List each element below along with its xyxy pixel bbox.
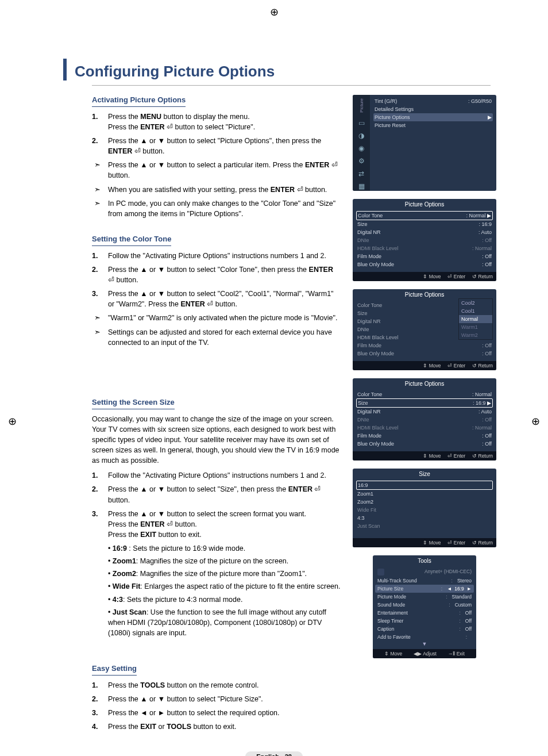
step-num: 2. (92, 136, 102, 156)
section-screen-size: Setting the Screen Size Occasionally, yo… (92, 397, 341, 638)
section-color-tone: Setting the Color Tone 1.Follow the "Act… (92, 234, 341, 348)
input-icon: ⇄ (357, 169, 366, 178)
step-num: 1. (92, 112, 102, 132)
osd-size-menu: Size 16:9 Zoom1 Zoom2 Wide Fit 4:3 Just … (353, 469, 496, 547)
heading-screen-size: Setting the Screen Size (92, 397, 175, 409)
dropdown-opt: Warm1 (459, 323, 492, 331)
page-title: Configuring Picture Options (75, 63, 275, 80)
osd-row-color-tone: Color ToneNormal ▶ (356, 211, 493, 220)
tools-row: Multi-Track Sound:Stereo (375, 577, 474, 585)
step-text: Press the MENU button to display the men… (108, 112, 255, 132)
size-opt-selected: 16:9 (356, 481, 493, 490)
heading-easy-setting: Easy Setting (92, 663, 137, 676)
note-arrow-icon: ➣ (92, 198, 102, 219)
register-mark-left: ⊕ (8, 415, 17, 428)
page-number: English - 28 (245, 751, 303, 756)
note-arrow-icon: ➣ (92, 160, 102, 181)
osd-picture-options-size: Picture Options Color ToneNormal Size16:… (353, 378, 496, 460)
size-desc: Zoom2: Magnifies the size of the picture… (108, 569, 341, 579)
osd-picture-menu: Picture ▭ ◑ ◉ ⚙ ⇄ ▦ Tint (G/R)G50/R50 De… (353, 95, 496, 191)
osd-sidebar-label: Picture (359, 98, 364, 113)
picture-icon: ▭ (357, 118, 366, 128)
register-mark-right: ⊕ (531, 415, 540, 428)
size-desc: Just Scan: Use the function to see the f… (108, 607, 341, 638)
tools-row: Picture Size:◄ 16:9 ► (375, 585, 474, 593)
dropdown-opt: Cool1 (459, 307, 492, 315)
tools-row: Sleep Timer:Off (375, 617, 474, 625)
osd-picture-options-1: Picture Options Color ToneNormal ▶ Size1… (353, 199, 496, 281)
step-text: Press the ▲ or ▼ button to select "Pictu… (108, 136, 341, 156)
channel-icon: ◉ (357, 144, 366, 153)
osd-item-picture-options: Picture Options▶ (373, 113, 493, 121)
size-desc: Zoom1: Magnifies the size of the picture… (108, 556, 341, 566)
title-divider (92, 85, 491, 86)
screen-size-intro: Occasionally, you may want to change the… (92, 414, 341, 466)
color-tone-dropdown: Cool2 Cool1 Normal Warm1 Warm2 (458, 298, 493, 340)
tools-row: Picture Mode:Standard (375, 593, 474, 601)
body-text-column: Activating Picture Options 1.Press the M… (92, 95, 341, 735)
setup-icon: ⚙ (357, 156, 366, 166)
section-activating: Activating Picture Options 1.Press the M… (92, 95, 341, 219)
application-icon: ▦ (357, 182, 366, 191)
osd-picture-options-dropdown: Picture Options Color Tone: Size: Digita… (353, 289, 496, 370)
osd-row-size: Size16:9 ▶ (356, 398, 493, 408)
heading-color-tone: Setting the Color Tone (92, 234, 171, 246)
title-accent-bar (63, 59, 67, 80)
size-desc: 4:3: Sets the picture to 4:3 normal mode… (108, 594, 341, 605)
dropdown-opt: Warm2 (459, 331, 492, 339)
size-desc: Wide Fit: Enlarges the aspect ratio of t… (108, 581, 341, 592)
tools-row: Entertainment:Off (375, 609, 474, 617)
step-text: In PC mode, you can only make changes to… (108, 198, 341, 219)
section-easy-setting: Easy Setting 1.Press the TOOLS button on… (92, 663, 341, 732)
register-mark-top: ⊕ (270, 6, 279, 18)
osd-tools-menu: Tools Anynet+ (HDMI-CEC) Multi-Track Sou… (373, 555, 476, 658)
dropdown-opt-selected: Normal (459, 315, 492, 323)
step-text: When you are satisfied with your setting… (108, 185, 327, 195)
tools-row: Sound Mode:Custom (375, 601, 474, 609)
anynet-icon (377, 569, 384, 575)
dropdown-opt: Cool2 (459, 299, 492, 307)
size-desc: 16:9 : Sets the picture to 16:9 wide mod… (108, 543, 341, 554)
step-text: Press the ▲ or ▼ button to select a part… (108, 160, 341, 181)
sound-icon: ◑ (357, 131, 366, 140)
tools-row: Add to Favorite: (375, 633, 474, 641)
tools-row: Caption:Off (375, 625, 474, 633)
heading-activating: Activating Picture Options (92, 95, 186, 107)
note-arrow-icon: ➣ (92, 185, 102, 195)
